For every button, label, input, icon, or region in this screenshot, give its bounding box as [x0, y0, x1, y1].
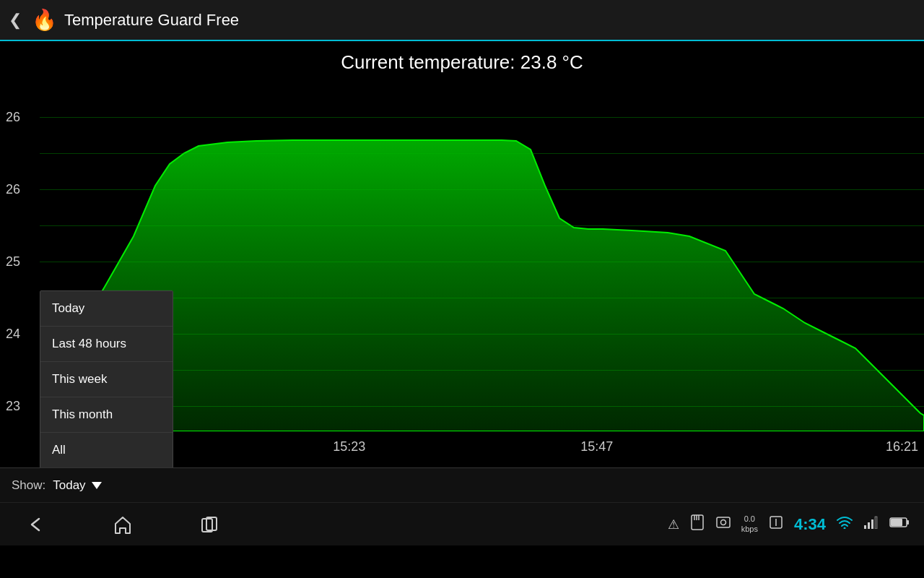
svg-point-8 [720, 520, 725, 525]
wifi-icon [836, 516, 853, 532]
clock: 4:34 [794, 515, 826, 534]
dropdown-item-all[interactable]: All [40, 433, 173, 467]
show-selector[interactable]: Today [53, 478, 101, 493]
grid-line [40, 262, 924, 262]
grid-line [40, 117, 924, 118]
dropdown-arrow-icon [92, 482, 102, 489]
nav-bar: ⚠ 0.0kbps 4:34 [0, 502, 924, 545]
grid-line [40, 189, 924, 190]
y-axis-label: 25 [6, 254, 20, 269]
y-axis-label: 26 [6, 182, 20, 197]
warning-icon: ⚠ [668, 517, 679, 532]
sd-card-icon [689, 514, 705, 534]
svg-point-11 [844, 527, 846, 530]
y-axis-label: 23 [6, 399, 20, 414]
current-temp-label: Current temperature: 23.8 °C [341, 51, 583, 74]
screenshot-icon [715, 514, 731, 534]
dropdown-menu: Today Last 48 hours This week This month… [40, 290, 173, 467]
svg-rect-12 [864, 525, 866, 529]
svg-rect-15 [875, 517, 877, 529]
dropdown-item-thismonth[interactable]: This month [40, 397, 173, 433]
grid-line [40, 225, 924, 226]
time-label-1523: 15:23 [333, 439, 365, 454]
svg-rect-3 [692, 515, 703, 530]
y-axis-label: 26 [6, 110, 20, 125]
app-title: Temperature Guard Free [64, 11, 239, 30]
svg-rect-17 [891, 519, 902, 526]
dropdown-item-thisweek[interactable]: This week [40, 362, 173, 397]
home-button[interactable] [101, 510, 144, 539]
recents-button[interactable] [188, 510, 231, 539]
show-value: Today [53, 478, 85, 493]
y-axis-label: 24 [6, 327, 20, 342]
back-chevron-icon[interactable]: ❮ [9, 11, 22, 30]
dropdown-item-today[interactable]: Today [40, 291, 173, 327]
time-label-1547: 15:47 [580, 439, 613, 454]
svg-rect-18 [907, 520, 909, 525]
chart-area: Current temperature: 23.8 °C 15:23 15:47… [0, 41, 924, 467]
back-button[interactable] [14, 510, 58, 539]
battery-icon [889, 517, 910, 532]
flame-icon: 🔥 [32, 8, 57, 32]
signal-icon [863, 516, 879, 532]
status-bar: ⚠ 0.0kbps 4:34 [668, 514, 910, 534]
show-bar: Show: Today [0, 467, 924, 502]
time-label-1621: 16:21 [886, 439, 918, 454]
svg-rect-7 [717, 517, 730, 527]
top-bar: ❮ 🔥 Temperature Guard Free [0, 0, 924, 41]
svg-rect-13 [868, 522, 870, 529]
svg-rect-14 [871, 519, 873, 529]
grid-line [40, 153, 924, 154]
dropdown-item-last48[interactable]: Last 48 hours [40, 327, 173, 362]
brightness-icon [768, 514, 784, 534]
kbps-label: 0.0kbps [741, 514, 758, 533]
show-label: Show: [12, 478, 45, 493]
